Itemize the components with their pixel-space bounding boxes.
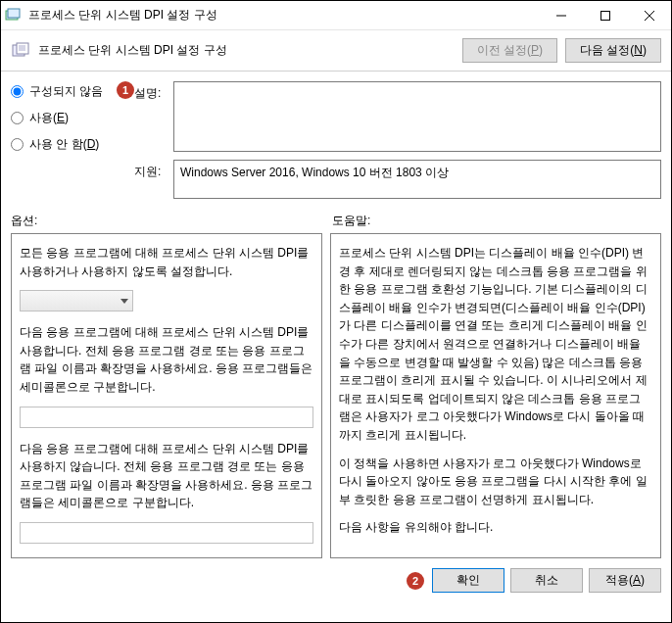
description-textarea[interactable] [173, 81, 661, 152]
cancel-button[interactable]: 취소 [510, 568, 583, 593]
help-scroll[interactable]: 프로세스 단위 시스템 DPI는 디스플레이 배율 인수(DPI) 변경 후 제… [339, 244, 656, 548]
svg-rect-1 [8, 9, 20, 18]
radio-enabled-input[interactable] [11, 112, 24, 124]
maximize-button[interactable] [583, 1, 627, 29]
options-dropdown[interactable] [20, 290, 133, 312]
help-label: 도움말: [332, 213, 370, 229]
svg-rect-3 [600, 11, 609, 20]
apply-button[interactable]: 적용(A) [589, 568, 661, 593]
description-column: 설명: 지원: Windows Server 2016, Windows 10 … [134, 81, 661, 199]
close-button[interactable] [627, 1, 671, 29]
radio-not-configured-label: 구성되지 않음 [29, 83, 103, 100]
description-label: 설명: [134, 81, 166, 152]
options-text-1: 모든 응용 프로그램에 대해 프로세스 단위 시스템 DPI를 사용하거나 사용… [20, 244, 313, 280]
help-text-3: 다음 사항을 유의해야 합니다. [339, 518, 650, 537]
options-exclude-textfield[interactable] [20, 522, 313, 544]
policy-icon [11, 41, 30, 61]
header-row: 프로세스 단위 시스템 DPI 설정 구성 이전 설정(P) 다음 설정(N) [1, 30, 671, 72]
chevron-down-icon [120, 299, 128, 304]
radio-not-configured[interactable]: 구성되지 않음 1 [11, 83, 126, 100]
support-textarea: Windows Server 2016, Windows 10 버전 1803 … [173, 160, 661, 199]
options-text-2: 다음 응용 프로그램에 대해 프로세스 단위 시스템 DPI를 사용합니다. 전… [20, 323, 313, 396]
header-title: 프로세스 단위 시스템 DPI 설정 구성 [38, 42, 455, 59]
ok-button[interactable]: 확인 [432, 568, 504, 593]
radio-enabled[interactable]: 사용(E) [11, 110, 126, 126]
options-include-textfield[interactable] [20, 407, 313, 428]
support-label: 지원: [134, 160, 166, 199]
help-panel: 프로세스 단위 시스템 DPI는 디스플레이 배율 인수(DPI) 변경 후 제… [330, 233, 661, 558]
options-panel: 모든 응용 프로그램에 대해 프로세스 단위 시스템 DPI를 사용하거나 사용… [11, 233, 322, 558]
prev-setting-button[interactable]: 이전 설정(P) [462, 38, 557, 63]
radio-enabled-label: 사용(E) [29, 110, 69, 126]
footer-row: 2 확인 취소 적용(A) [1, 558, 671, 593]
next-setting-button[interactable]: 다음 설정(N) [565, 38, 661, 63]
options-label: 옵션: [11, 213, 332, 229]
radio-disabled-label: 사용 안 함(D) [29, 136, 99, 153]
panels-row: 모든 응용 프로그램에 대해 프로세스 단위 시스템 DPI를 사용하거나 사용… [1, 233, 671, 558]
titlebar: 프로세스 단위 시스템 DPI 설정 구성 [1, 1, 671, 30]
radio-column: 구성되지 않음 1 사용(E) 사용 안 함(D) [11, 81, 126, 199]
annotation-badge-2: 2 [407, 572, 424, 590]
radio-disabled[interactable]: 사용 안 함(D) [11, 136, 126, 153]
config-area: 구성되지 않음 1 사용(E) 사용 안 함(D) 설명: 지원: Window… [1, 72, 671, 205]
radio-not-configured-input[interactable] [11, 85, 24, 98]
help-text-1: 프로세스 단위 시스템 DPI는 디스플레이 배율 인수(DPI) 변경 후 제… [339, 244, 650, 445]
radio-disabled-input[interactable] [11, 138, 24, 151]
annotation-badge-1: 1 [117, 81, 134, 99]
options-text-3: 다음 응용 프로그램에 대해 프로세스 단위 시스템 DPI를 사용하지 않습니… [20, 440, 313, 512]
app-icon [1, 8, 24, 24]
help-text-4: 프로세스 단위 시스템 DPI는 기본 디스플레이에 위치한 데스크톱 응용 프… [339, 547, 650, 548]
section-labels-row: 옵션: 도움말: [1, 205, 671, 233]
minimize-button[interactable] [539, 1, 583, 29]
help-text-2: 이 정책을 사용하면 사용자가 로그 아웃했다가 Windows로 다시 돌아오… [339, 455, 650, 509]
window-title: 프로세스 단위 시스템 DPI 설정 구성 [24, 7, 539, 24]
